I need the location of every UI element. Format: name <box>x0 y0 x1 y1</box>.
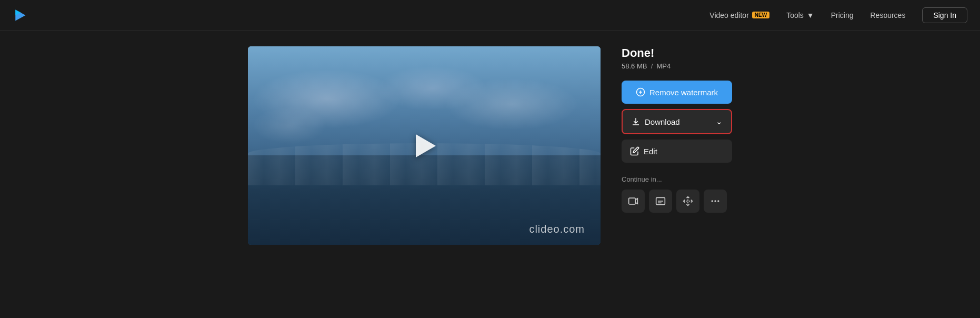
continue-more-button[interactable] <box>704 190 727 213</box>
nav-label-resources: Resources <box>870 11 905 19</box>
continue-icons <box>622 190 732 213</box>
nav-badge-new: NEW <box>752 12 769 18</box>
logo-icon <box>13 8 27 23</box>
continue-subtitle-button[interactable] <box>649 190 672 213</box>
file-size: 58.6 MB <box>622 62 647 70</box>
svg-point-12 <box>714 200 716 202</box>
file-format: MP4 <box>656 62 671 70</box>
continue-in-label: Continue in... <box>622 175 732 183</box>
download-button-left: Download <box>631 117 680 126</box>
svg-rect-5 <box>629 198 636 204</box>
action-panel: Done! 58.6 MB / MP4 Remove watermark Dow… <box>622 46 732 213</box>
file-meta: 58.6 MB / MP4 <box>622 62 732 70</box>
header-left <box>13 8 27 23</box>
continue-video-button[interactable] <box>622 190 645 213</box>
main-content: clideo.com Done! 58.6 MB / MP4 Remove wa… <box>0 31 980 318</box>
sign-in-button[interactable]: Sign In <box>922 7 967 23</box>
video-icon <box>628 196 638 206</box>
play-icon <box>416 134 436 157</box>
nav-item-resources[interactable]: Resources <box>870 11 905 19</box>
edit-button[interactable]: Edit <box>622 140 732 163</box>
download-icon <box>631 117 641 126</box>
nav-label-video-editor: Video editor <box>709 11 748 19</box>
transform-icon <box>683 196 693 206</box>
edit-label: Edit <box>644 147 657 156</box>
watermark-text: clideo.com <box>529 223 585 235</box>
remove-watermark-button[interactable]: Remove watermark <box>622 81 732 104</box>
subtitle-icon <box>655 196 666 206</box>
edit-icon <box>630 146 639 156</box>
nav-item-tools[interactable]: Tools ▼ <box>786 11 814 19</box>
continue-transform-button[interactable] <box>676 190 699 213</box>
chevron-down-icon: ⌄ <box>716 117 723 126</box>
done-title: Done! <box>622 46 732 60</box>
nav-label-tools: Tools <box>786 11 804 19</box>
nav-item-video-editor[interactable]: Video editor NEW <box>709 11 769 19</box>
header-right: Video editor NEW Tools ▼ Pricing Resourc… <box>709 7 967 23</box>
svg-point-11 <box>712 200 713 202</box>
video-player[interactable]: clideo.com <box>248 46 601 245</box>
download-button[interactable]: Download ⌄ <box>622 109 732 134</box>
nav-item-pricing[interactable]: Pricing <box>831 11 854 19</box>
logo[interactable] <box>13 8 27 23</box>
remove-watermark-icon <box>636 87 645 97</box>
more-options-icon <box>710 196 721 206</box>
download-label: Download <box>645 117 680 126</box>
chevron-down-icon: ▼ <box>807 11 814 19</box>
svg-point-13 <box>717 200 719 202</box>
remove-watermark-label: Remove watermark <box>649 88 718 97</box>
nav-label-pricing: Pricing <box>831 11 854 19</box>
header: Video editor NEW Tools ▼ Pricing Resourc… <box>0 0 980 31</box>
play-button[interactable] <box>408 130 440 162</box>
